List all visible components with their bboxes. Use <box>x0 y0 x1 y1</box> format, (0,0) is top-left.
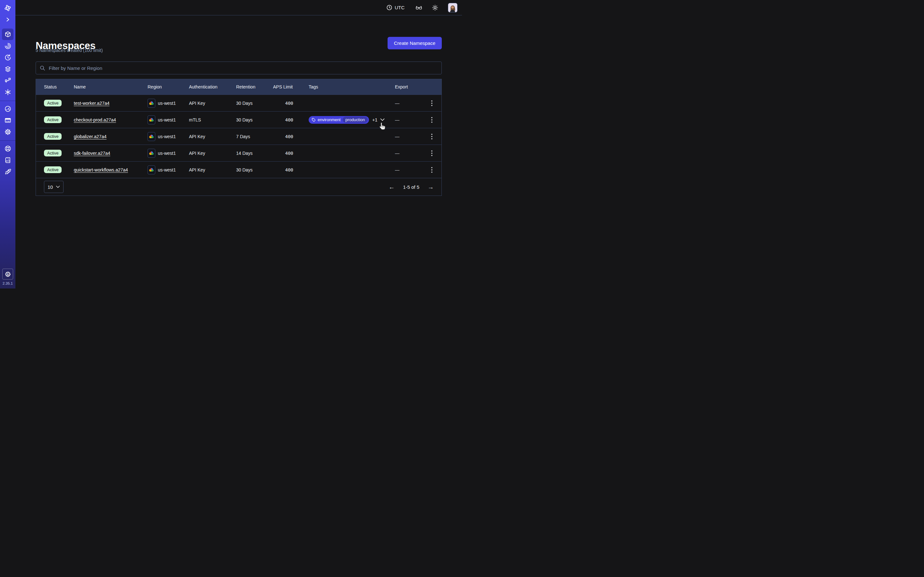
svg-text:$: $ <box>7 272 9 276</box>
namespaces-table: Status Name Region Authentication Retent… <box>36 79 442 196</box>
sidebar-item-settings[interactable] <box>2 126 13 137</box>
row-menu-kebab-icon[interactable] <box>427 99 436 108</box>
sidebar-item-docs[interactable] <box>2 154 13 166</box>
status-badge: Active <box>44 150 61 156</box>
authentication-value: API Key <box>189 151 236 156</box>
authentication-value: API Key <box>189 167 236 172</box>
table-row: Active checkout-prod.a27a4 us-west1 mTLS… <box>36 111 441 128</box>
namespace-link[interactable]: quickstart-workflows.a27a4 <box>74 167 128 172</box>
aps-limit-value: 400 <box>273 117 309 122</box>
table-row: Active sdk-failover.a27a4 us-west1 API K… <box>36 145 441 161</box>
timezone-label: UTC <box>395 5 405 10</box>
topbar: UTC <box>15 0 462 15</box>
sidebar-item-workflows[interactable] <box>2 40 13 52</box>
authentication-value: API Key <box>189 101 236 106</box>
row-menu-kebab-icon[interactable] <box>427 165 436 174</box>
gcp-cloud-icon <box>148 165 155 174</box>
page-size-select[interactable]: 10 <box>44 181 63 193</box>
tag-icon <box>312 118 316 122</box>
row-menu-kebab-icon[interactable] <box>427 115 436 124</box>
status-badge: Active <box>44 116 61 123</box>
sidebar: $ 2.35.1 <box>0 0 15 288</box>
create-namespace-button[interactable]: Create Namespace <box>388 37 442 49</box>
authentication-value: API Key <box>189 134 236 139</box>
region-label: us-west1 <box>158 167 176 172</box>
pagination-range: 1-5 of 5 <box>403 184 419 190</box>
sidebar-divider <box>0 101 15 101</box>
gcp-cloud-icon <box>148 149 155 158</box>
sidebar-item-schedules[interactable] <box>2 52 13 63</box>
page-subtitle: 5 Namespaces created (100 limit) <box>36 48 103 53</box>
status-badge: Active <box>44 166 61 173</box>
table-row: Active globalizer.a27a4 us-west1 API Key… <box>36 128 441 145</box>
sidebar-item-billing[interactable] <box>2 114 13 126</box>
sidebar-item-batch-operations[interactable] <box>2 86 13 98</box>
search-icon <box>40 65 45 71</box>
prev-page-arrow-icon[interactable]: ← <box>389 184 395 190</box>
filter-bar <box>36 61 442 74</box>
export-value: — <box>395 151 422 156</box>
tag-key: environment <box>318 117 341 122</box>
glasses-icon <box>415 5 422 11</box>
temporal-logo[interactable] <box>2 2 13 14</box>
app-version: 2.35.1 <box>3 282 13 285</box>
retention-value: 14 Days <box>236 151 273 156</box>
namespace-link[interactable]: sdk-failover.a27a4 <box>74 151 110 156</box>
aps-limit-value: 400 <box>273 151 309 156</box>
theme-toggle[interactable] <box>432 5 438 11</box>
sidebar-divider <box>0 140 15 141</box>
namespace-link[interactable]: checkout-prod.a27a4 <box>74 117 116 122</box>
region-label: us-west1 <box>158 151 176 156</box>
sidebar-footer: $ 2.35.1 <box>0 269 15 285</box>
aps-limit-value: 400 <box>273 167 309 172</box>
chevron-down-icon[interactable] <box>380 118 384 121</box>
sun-icon <box>432 5 438 11</box>
region-label: us-west1 <box>158 101 176 106</box>
expand-icon[interactable] <box>2 14 13 25</box>
gcp-cloud-icon <box>148 115 155 124</box>
chevron-down-icon <box>56 185 60 188</box>
table-header-row: Status Name Region Authentication Retent… <box>36 79 441 95</box>
sidebar-item-getting-started[interactable] <box>2 166 13 177</box>
tag-value: production <box>342 117 368 123</box>
col-retention: Retention <box>236 84 273 89</box>
table-row: Active test-worker.a27a4 us-west1 API Ke… <box>36 95 441 111</box>
timezone-selector[interactable]: UTC <box>386 5 405 11</box>
avatar[interactable] <box>448 3 457 13</box>
next-page-arrow-icon[interactable]: → <box>428 184 434 190</box>
status-badge: Active <box>44 133 61 140</box>
tag-more-count: +1 <box>372 117 377 122</box>
sidebar-item-support[interactable] <box>2 143 13 154</box>
labs-glasses-toggle[interactable] <box>415 5 422 11</box>
sidebar-item-nexus[interactable] <box>2 75 13 86</box>
col-region: Region <box>148 84 189 89</box>
export-value: — <box>395 167 422 172</box>
table-row: Active quickstart-workflows.a27a4 us-wes… <box>36 161 441 178</box>
col-export: Export <box>395 84 422 89</box>
aps-limit-value: 400 <box>273 101 309 106</box>
filter-input[interactable] <box>48 65 438 71</box>
retention-value: 30 Days <box>236 117 273 122</box>
col-name: Name <box>74 84 148 89</box>
retention-value: 30 Days <box>236 101 273 106</box>
tag-pill[interactable]: environment production <box>309 116 369 124</box>
export-value: — <box>395 101 422 106</box>
col-authentication: Authentication <box>189 84 236 89</box>
col-tags: Tags <box>309 84 395 89</box>
col-status: Status <box>44 84 74 89</box>
namespace-link[interactable]: globalizer.a27a4 <box>74 134 107 139</box>
col-aps-limit: APS Limit <box>273 84 309 89</box>
retention-value: 30 Days <box>236 167 273 172</box>
aps-limit-value: 400 <box>273 134 309 139</box>
sidebar-item-namespaces[interactable] <box>2 29 13 40</box>
namespace-link[interactable]: test-worker.a27a4 <box>74 101 110 106</box>
row-menu-kebab-icon[interactable] <box>427 149 436 158</box>
export-value: — <box>395 134 422 139</box>
sidebar-item-deployments[interactable] <box>2 63 13 75</box>
sidebar-item-usage[interactable] <box>2 103 13 114</box>
export-value: — <box>395 117 422 122</box>
gcp-cloud-icon <box>148 132 155 141</box>
row-menu-kebab-icon[interactable] <box>427 132 436 141</box>
pricing-icon[interactable]: $ <box>2 269 13 279</box>
pagination-bar: 10 ← 1-5 of 5 → <box>36 178 441 195</box>
